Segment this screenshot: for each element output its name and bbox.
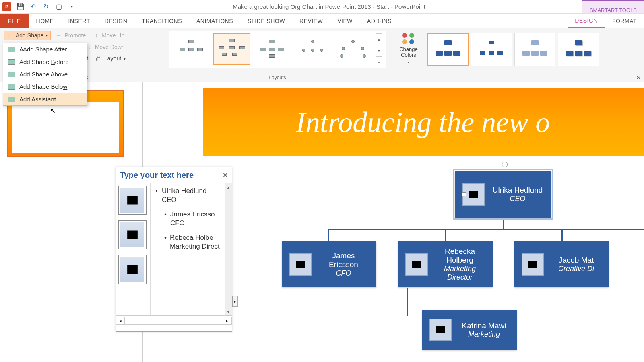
layouts-gallery: ▴▾▾ [169,31,386,68]
dd-after-label: Add Shape After [23,46,67,53]
ribbon-tabs: FILE HOME INSERT DESIGN TRANSITIONS ANIM… [0,14,644,28]
style-option-2[interactable] [471,33,512,66]
layouts-scroll-down[interactable]: ▾ [376,45,382,57]
org-node-ceo[interactable]: Ulrika HedlundCEO [455,171,551,218]
node-img-placeholder[interactable] [289,253,312,276]
text-pane-title: Type your text here [120,171,194,180]
tab-slideshow[interactable]: SLIDE SHOW [240,14,292,28]
node-img-placeholder[interactable] [405,253,428,276]
tab-review[interactable]: REVIEW [292,14,330,28]
style-option-1[interactable] [427,33,469,66]
text-item-1: Ulrika Hedlund CEO [162,187,223,204]
style-option-3[interactable] [514,33,555,66]
add-shape-label: Add Shape [16,32,43,39]
creative-role: Creative Di [551,265,602,273]
org-node-sub[interactable]: Katrina MawiMarketing [422,310,517,350]
text-pane-thumb-1[interactable] [118,186,147,215]
moveup-button[interactable]: ↑Move Up [91,31,127,40]
tab-design[interactable]: DESIGN [97,14,135,28]
layout-option-2[interactable] [213,33,251,65]
add-assistant[interactable]: Add Assistant [3,93,87,105]
layout-option-4[interactable] [294,33,332,65]
text-pane-list[interactable]: •Ulrika Hedlund CEO •James Ericsso CFO •… [151,183,225,315]
text-pane-toggle[interactable]: ▸ [232,296,238,307]
sub-role: Marketing [458,330,510,339]
cfo-name: James Ericsson [318,251,369,269]
org-node-creative[interactable]: Jacob MatCreative Di [514,241,609,287]
ceo-role: CEO [491,195,544,203]
tab-home[interactable]: HOME [29,14,61,28]
smartart-tools-label: SMARTART TOOLS [582,0,644,13]
promote-button[interactable]: ←Promote [53,31,88,40]
add-shape-below[interactable]: Add Shape Below [3,80,87,93]
moveup-label: Move Up [102,32,124,39]
org-node-marketing[interactable]: Rebecka HolbergMarketing Director [398,241,493,287]
node-img-placeholder[interactable] [522,253,544,276]
textpane-scroll-down[interactable]: ▾ [225,308,232,315]
add-shape-before[interactable]: Add Shape Before [3,56,87,68]
layouts-scroll-up[interactable]: ▴ [376,33,382,45]
tab-animations[interactable]: ANIMATIONS [189,14,240,28]
org-chart[interactable]: Ulrika HedlundCEO James EricssonCFO Rebe… [264,169,644,362]
tab-transitions[interactable]: TRANSITIONS [134,14,189,28]
layouts-more[interactable]: ▾ [376,56,382,68]
text-item-2: James Ericsso CFO [170,210,223,228]
movedown-button[interactable]: ↓Move Down [84,43,127,51]
tab-view[interactable]: VIEW [330,14,360,28]
style-option-4[interactable] [558,33,599,66]
layout-label: Layout [104,55,121,62]
creative-name: Jacob Mat [551,256,602,265]
add-shape-dropdown: AAdd Shape After Add Shape Before Add Sh… [3,43,87,106]
promote-label: Promote [64,32,86,39]
cfo-role: CFO [318,269,369,278]
group-styles-label: S [394,75,640,80]
tab-file[interactable]: FILE [0,14,29,28]
layout-option-5[interactable] [335,33,372,65]
tab-addins[interactable]: ADD-INS [360,14,399,28]
smartart-text-pane: Type your text here ✕ •Ulrika Hedlund CE… [116,167,232,332]
node-img-placeholder[interactable] [429,319,452,341]
textpane-hscroll-right[interactable]: ▸ [223,317,232,325]
text-pane-close[interactable]: ✕ [223,171,228,179]
qat-customize-icon[interactable]: ▾ [68,3,76,11]
layout-button[interactable]: 品Layout ▾ [93,54,128,63]
redo-icon[interactable]: ↻ [42,3,50,11]
window-title: Make a great looking Org Chart in PowerP… [76,3,582,10]
layout-option-3[interactable] [254,33,291,65]
slide-canvas: Introducing the new o Type your text her… [143,82,644,362]
text-pane-thumb-2[interactable] [118,220,147,249]
change-colors-button[interactable]: Change Colors▾ [394,31,423,67]
sub-name: Katrina Mawi [458,321,510,330]
layout-option-1[interactable] [173,33,210,65]
rotate-handle-icon[interactable] [502,162,508,167]
powerpoint-icon: P [2,2,11,11]
tab-smartart-design[interactable]: DESIGN [568,14,605,28]
add-shape-button[interactable]: ▭Add Shape ▾ [4,31,51,40]
title-banner: Introducing the new o [203,88,644,156]
node-img-placeholder[interactable] [462,183,485,206]
tab-smartart-format[interactable]: FORMAT [605,14,644,28]
add-shape-after[interactable]: AAdd Shape After [3,43,87,56]
ceo-name: Ulrika Hedlund [491,186,544,195]
textpane-scroll-up[interactable]: ▴ [225,183,232,191]
textpane-hscroll-left[interactable]: ◂ [116,317,125,325]
mkt-role: Marketing Director [434,265,485,282]
save-icon[interactable]: 💾 [16,3,24,11]
change-colors-label: Change Colors [397,47,420,58]
start-slideshow-icon[interactable]: ▢ [55,3,63,11]
text-pane-thumb-3[interactable] [118,255,147,284]
tab-insert[interactable]: INSERT [61,14,97,28]
mkt-name: Rebecka Holberg [434,247,485,265]
org-node-cfo[interactable]: James EricssonCFO [282,241,376,287]
add-shape-above[interactable]: Add Shape Above [3,68,87,80]
text-item-3: Rebeca Holbe Marketing Direct [170,233,223,251]
banner-text: Introducing the new o [296,106,550,139]
group-layouts-label: Layouts [169,75,386,80]
movedown-label: Move Down [95,44,125,50]
undo-icon[interactable]: ↶ [29,3,37,11]
